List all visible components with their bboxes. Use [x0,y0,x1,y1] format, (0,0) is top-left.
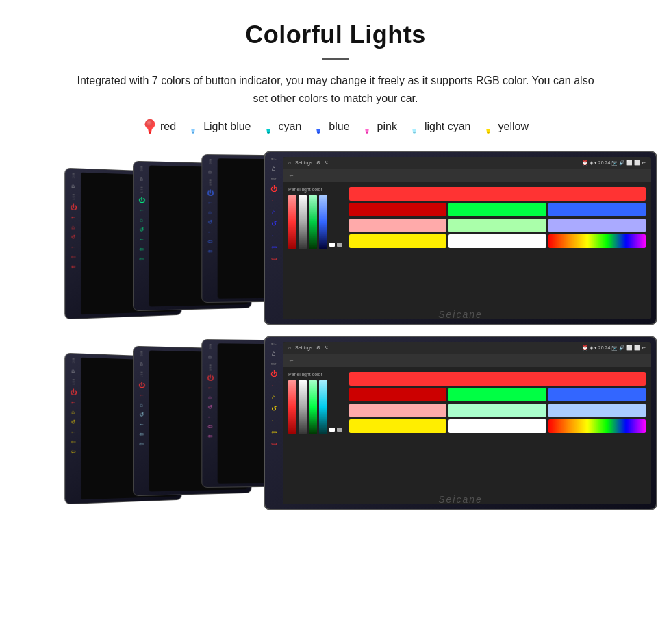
page-container: Colorful Lights Integrated with 7 colors… [0,0,671,644]
page-title: Colorful Lights [245,21,425,49]
svg-point-3 [145,119,155,129]
color-label-cyan: cyan [279,121,302,133]
color-list: red Light blue cyan [142,118,529,136]
cyan-bulb-icon [261,118,276,136]
color-label-lightblue: Light blue [203,121,251,133]
color-item-lightblue: Light blue [186,118,251,136]
pink-bulb-icon [359,118,375,136]
top-units-group: MIC ⌂ RST ⏻ ← ⌂ ↺ ← ⇦ ⇦ MIC ⌂ [27,151,671,336]
color-item-blue: blue [311,118,349,136]
color-item-red: red [142,118,176,136]
color-item-yellow: yellow [481,118,529,136]
color-label-yellow: yellow [498,121,529,133]
bottom-units-group: MIC ⌂ RST ⏻ ← ⌂ ↺ ← ⇦ ⇦ MIC ⌂ [27,336,671,528]
red-bulb-icon [142,118,157,136]
panel-label: Panel light color [288,187,342,192]
title-divider [322,58,349,60]
color-item-cyan: cyan [261,118,302,136]
panel-label-bot: Panel light color [288,372,342,377]
color-label-pink: pink [377,121,397,133]
color-label-blue: blue [329,121,349,133]
color-item-lightcyan: light cyan [407,118,471,136]
bot-main-unit: MIC ⌂ RST ⏻ ← ⌂ ↺ ← ⇦ ⇦ ⌂ Settings ⚙ ↯ [264,336,657,510]
yellow-bulb-icon [481,118,496,136]
color-label-red: red [160,121,176,133]
color-label-lightcyan: light cyan [425,121,471,133]
description-text: Integrated with 7 colors of button indic… [68,72,603,107]
lightcyan-bulb-icon [407,118,422,136]
blue-bulb-icon [311,118,326,136]
color-item-pink: pink [359,118,397,136]
lightblue-bulb-icon [186,118,201,136]
top-main-unit: MIC ⌂ RST ⏻ ← ⌂ ↺ ← ⇦ ⇦ ⌂ Settings ⚙ ↯ [264,151,657,325]
